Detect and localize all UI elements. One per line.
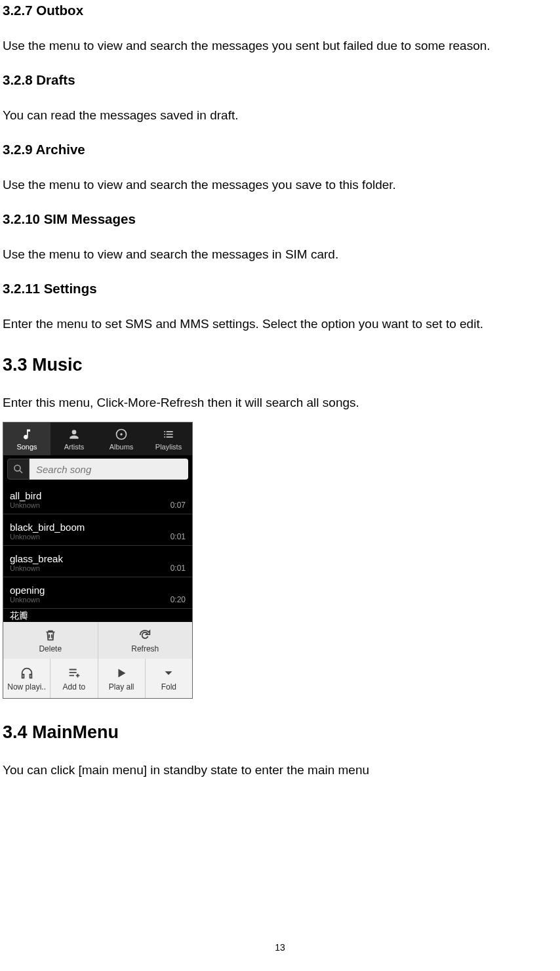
song-duration: 0:01 bbox=[170, 564, 186, 573]
heading-settings: 3.2.11 Settings bbox=[3, 281, 557, 297]
tab-songs[interactable]: Songs bbox=[3, 423, 50, 455]
menu-label: Refresh bbox=[131, 644, 159, 653]
list-icon bbox=[161, 427, 176, 442]
heading-sim: 3.2.10 SIM Messages bbox=[3, 211, 557, 227]
body-drafts: You can read the messages saved in draft… bbox=[3, 108, 557, 123]
song-duration: 0:07 bbox=[170, 501, 186, 510]
song-duration: 0:01 bbox=[170, 532, 186, 541]
menu-label: Now playi.. bbox=[7, 682, 46, 692]
search-input[interactable] bbox=[30, 459, 188, 480]
song-title: 花瓣 bbox=[10, 610, 28, 621]
tab-label: Playlists bbox=[155, 443, 182, 451]
tab-label: Artists bbox=[64, 443, 85, 451]
person-icon bbox=[67, 427, 81, 442]
heading-mainmenu: 3.4 MainMenu bbox=[3, 722, 557, 743]
list-item[interactable]: black_bird_boom Unknown 0:01 bbox=[3, 514, 192, 546]
song-artist: Unknown bbox=[10, 596, 186, 604]
page-number: 13 bbox=[0, 942, 560, 953]
search-bar bbox=[3, 455, 192, 483]
list-item[interactable]: all_bird Unknown 0:07 bbox=[3, 483, 192, 514]
list-item[interactable]: opening Unknown 0:20 bbox=[3, 577, 192, 609]
song-title: all_bird bbox=[10, 490, 186, 501]
tab-label: Songs bbox=[16, 443, 37, 451]
heading-archive: 3.2.9 Archive bbox=[3, 142, 557, 157]
song-artist: Unknown bbox=[10, 501, 186, 509]
body-archive: Use the menu to view and search the mess… bbox=[3, 178, 557, 192]
list-item[interactable]: 花瓣 bbox=[3, 609, 192, 622]
headphones-icon bbox=[19, 665, 35, 681]
body-music: Enter this menu, Click-More-Refresh then… bbox=[3, 396, 557, 410]
disc-icon bbox=[114, 427, 129, 442]
song-title: opening bbox=[10, 585, 186, 596]
body-mainmenu: You can click [main menu] in standby sta… bbox=[3, 763, 557, 777]
body-settings: Enter the menu to set SMS and MMS settin… bbox=[3, 317, 557, 331]
refresh-button[interactable]: Refresh bbox=[98, 622, 193, 659]
now-playing-button[interactable]: Now playi.. bbox=[3, 659, 50, 698]
song-artist: Unknown bbox=[10, 533, 186, 541]
heading-outbox: 3.2.7 Outbox bbox=[3, 3, 557, 18]
play-all-button[interactable]: Play all bbox=[98, 659, 146, 698]
fold-button[interactable]: Fold bbox=[146, 659, 192, 698]
music-app-screenshot: Songs Artists Albums Playlists all_bir bbox=[3, 422, 193, 699]
chevron-down-icon bbox=[161, 665, 176, 681]
menu-row-2: Now playi.. Add to Play all Fold bbox=[3, 659, 192, 698]
tab-artists[interactable]: Artists bbox=[50, 423, 98, 455]
search-icon[interactable] bbox=[7, 459, 30, 480]
heading-music: 3.3 Music bbox=[3, 355, 557, 375]
song-title: glass_break bbox=[10, 553, 186, 564]
body-outbox: Use the menu to view and search the mess… bbox=[3, 39, 557, 53]
menu-row-1: Delete Refresh bbox=[3, 622, 192, 659]
play-icon bbox=[113, 665, 129, 681]
refresh-icon bbox=[137, 627, 153, 643]
song-duration: 0:20 bbox=[170, 595, 186, 604]
svg-line-3 bbox=[20, 470, 22, 473]
tab-playlists[interactable]: Playlists bbox=[145, 423, 192, 455]
music-note-icon bbox=[20, 427, 34, 442]
trash-icon bbox=[43, 627, 58, 643]
tab-albums[interactable]: Albums bbox=[98, 423, 145, 455]
body-sim: Use the menu to view and search the mess… bbox=[3, 247, 557, 262]
menu-label: Fold bbox=[161, 682, 176, 692]
list-item[interactable]: glass_break Unknown 0:01 bbox=[3, 546, 192, 577]
menu-label: Play all bbox=[109, 682, 134, 692]
add-to-button[interactable]: Add to bbox=[50, 659, 98, 698]
add-list-icon bbox=[66, 665, 82, 681]
menu-label: Delete bbox=[39, 644, 62, 653]
song-title: black_bird_boom bbox=[10, 522, 186, 533]
tab-label: Albums bbox=[110, 443, 134, 451]
svg-point-1 bbox=[120, 433, 122, 435]
delete-button[interactable]: Delete bbox=[3, 622, 98, 659]
menu-label: Add to bbox=[63, 682, 86, 692]
song-artist: Unknown bbox=[10, 564, 186, 572]
heading-drafts: 3.2.8 Drafts bbox=[3, 72, 557, 88]
svg-point-2 bbox=[14, 465, 20, 471]
music-tabs: Songs Artists Albums Playlists bbox=[3, 423, 192, 455]
